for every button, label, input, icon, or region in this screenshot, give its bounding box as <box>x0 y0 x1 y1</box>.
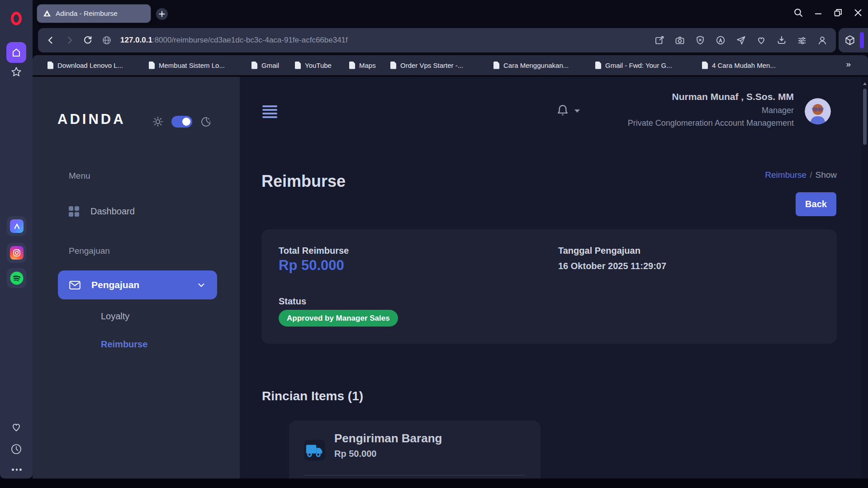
scrollbar-thumb[interactable] <box>863 89 867 145</box>
page-icon <box>390 62 396 69</box>
tab-favicon-icon <box>43 9 52 18</box>
user-block: Nurman Munaf , S.Sos. MM Manager Private… <box>628 91 794 128</box>
date-value: 16 Oktober 2025 11:29:07 <box>558 261 666 271</box>
extension-cube-icon[interactable] <box>844 34 856 46</box>
home-icon <box>10 46 23 59</box>
spotify-icon <box>10 271 24 285</box>
notification-bell-icon[interactable] <box>555 103 570 118</box>
favorites-heart-icon[interactable] <box>10 421 22 433</box>
aria-icon <box>10 219 24 233</box>
pengajuan-section-label: Pengajuan <box>69 246 110 256</box>
back-icon[interactable] <box>44 34 57 47</box>
status-badge: Approved by Manager Sales <box>279 310 398 327</box>
flow-send-icon[interactable] <box>735 35 746 46</box>
page-scrollbar[interactable] <box>862 77 868 479</box>
bookmark-item[interactable]: Download Lenovo L... <box>47 55 123 75</box>
chevron-down-icon <box>196 280 206 290</box>
new-tab-button[interactable] <box>156 8 168 20</box>
bookmarks-bar: » Download Lenovo L... Membuat Sistem Lo… <box>33 55 868 75</box>
address-bar[interactable]: 127.0.0.1:8000/reimburse/cd3ae1dc-bc3c-4… <box>38 28 836 52</box>
app-sidebar: ADINDA Menu Dashboard Pengajuan <box>33 77 240 479</box>
page-title: Reimburse <box>261 172 346 191</box>
rail-overflow-dots-icon[interactable] <box>12 469 22 471</box>
bookmark-label: Gmail - Fwd: Your G... <box>605 62 672 69</box>
forward-icon[interactable] <box>63 34 76 47</box>
bookmark-label: Membuat Sistem Lo... <box>159 62 225 69</box>
pengajuan-label: Pengajuan <box>91 280 196 290</box>
app-main: Nurman Munaf , S.Sos. MM Manager Private… <box>240 77 868 479</box>
avatar[interactable] <box>805 98 831 124</box>
breadcrumb-separator: / <box>810 170 812 180</box>
dashboard-grid-icon <box>69 206 79 217</box>
opera-menu-icon[interactable] <box>11 12 22 25</box>
search-icon[interactable] <box>788 6 808 19</box>
browser-tab[interactable]: Adinda - Reimburse <box>37 5 151 23</box>
page-icon <box>47 62 53 69</box>
site-info-globe-icon[interactable] <box>100 34 113 47</box>
bookmark-item[interactable]: Order Vps Starter -... <box>390 55 463 75</box>
page-icon <box>349 62 355 69</box>
url-text[interactable]: 127.0.0.1:8000/reimburse/cd3ae1dc-bc3c-4… <box>120 36 654 45</box>
pin-edit-icon[interactable] <box>654 35 665 46</box>
menu-section-label: Menu <box>69 171 90 181</box>
page-icon <box>295 62 301 69</box>
bookmark-label: Order Vps Starter -... <box>400 62 463 69</box>
item-divider <box>304 475 525 475</box>
tab-strip: Adinda - Reimburse <box>33 0 868 25</box>
total-label: Total Reimburse <box>279 246 349 256</box>
bookmark-label: Gmail <box>261 62 279 69</box>
start-page-button[interactable] <box>6 42 26 63</box>
bookmark-item[interactable]: Membuat Sistem Lo... <box>149 55 225 75</box>
item-card: Pengiriman Barang Rp 50.000 <box>289 421 541 479</box>
scroll-up-arrow[interactable] <box>863 82 867 85</box>
minimize-button[interactable] <box>808 6 828 19</box>
extension-indicator <box>860 32 864 48</box>
items-heading: Rincian Items (1) <box>262 389 363 403</box>
bookmarks-star-icon[interactable] <box>10 66 22 78</box>
download-icon[interactable] <box>776 35 787 46</box>
bookmark-item[interactable]: Maps <box>349 55 376 75</box>
easy-setup-sliders-icon[interactable] <box>797 35 807 46</box>
close-button[interactable] <box>848 6 868 19</box>
spotify-sidebar-button[interactable] <box>7 268 26 288</box>
page-icon <box>702 62 708 69</box>
sidebar-item-loyalty[interactable]: Loyalty <box>101 311 129 322</box>
profile-person-icon[interactable] <box>817 35 828 46</box>
bell-caret-icon[interactable] <box>574 109 580 113</box>
snapshot-camera-icon[interactable] <box>674 35 685 46</box>
restore-button[interactable] <box>828 6 848 19</box>
aria-sidebar-button[interactable] <box>7 216 26 236</box>
translate-icon[interactable] <box>715 35 726 46</box>
instagram-icon <box>10 246 24 260</box>
bookmark-label: YouTube <box>305 62 332 69</box>
user-organization: Private Conglomeration Account Managemen… <box>628 118 794 128</box>
breadcrumb-link[interactable]: Reimburse <box>765 170 806 180</box>
bookmark-item[interactable]: YouTube <box>295 55 332 75</box>
sidebar-item-dashboard[interactable]: Dashboard <box>69 206 135 217</box>
adblock-shield-icon[interactable] <box>695 35 706 46</box>
url-host: 127.0.0.1 <box>120 36 152 44</box>
bookmark-item[interactable]: Gmail - Fwd: Your G... <box>595 55 672 75</box>
envelope-icon <box>69 279 81 291</box>
web-content: ADINDA Menu Dashboard Pengajuan <box>33 77 868 479</box>
page-icon <box>595 62 601 69</box>
user-name: Nurman Munaf , S.Sos. MM <box>628 91 794 102</box>
theme-toggle[interactable] <box>171 116 192 128</box>
bookmark-label: 4 Cara Mudah Men... <box>712 62 776 69</box>
instagram-sidebar-button[interactable] <box>7 243 26 263</box>
bookmarks-overflow-chevron[interactable]: » <box>846 59 851 69</box>
hamburger-menu-icon[interactable] <box>262 105 277 118</box>
back-button[interactable]: Back <box>796 192 836 216</box>
sidebar-item-pengajuan[interactable]: Pengajuan <box>58 270 217 299</box>
page-icon <box>149 62 155 69</box>
bookmark-item[interactable]: Cara Menggunakan... <box>493 55 569 75</box>
bookmark-item[interactable]: 4 Cara Mudah Men... <box>702 55 776 75</box>
reload-icon[interactable] <box>81 34 94 47</box>
status-label: Status <box>279 296 306 307</box>
bookmark-heart-icon[interactable] <box>756 35 767 46</box>
bookmark-item[interactable]: Gmail <box>251 55 279 75</box>
page-icon <box>493 62 499 69</box>
sidebar-item-reimburse[interactable]: Reimburse <box>101 339 147 350</box>
bookmark-label: Maps <box>359 62 376 69</box>
history-clock-icon[interactable] <box>10 443 22 455</box>
